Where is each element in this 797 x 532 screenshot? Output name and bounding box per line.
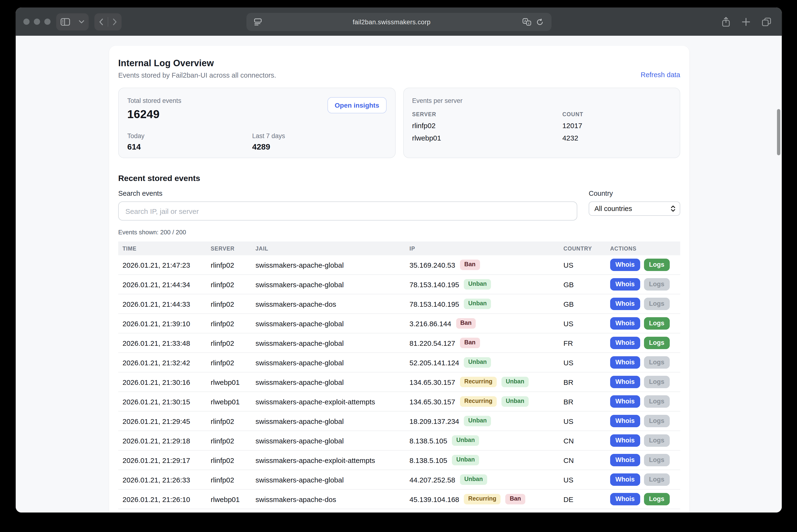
recurring-badge: Recurring: [460, 396, 497, 406]
browser-titlebar: fail2ban.swissmakers.corp A x: [16, 7, 782, 36]
events-shown-text: Events shown: 200 / 200: [118, 229, 680, 236]
zoom-button[interactable]: [44, 19, 51, 25]
ip-cell: 35.169.240.53Ban: [405, 260, 559, 270]
logs-button[interactable]: Logs: [644, 317, 670, 330]
logs-button[interactable]: Logs: [644, 493, 670, 506]
back-button[interactable]: [94, 13, 108, 30]
col-jail: Jail: [251, 246, 405, 251]
actions-cell: WhoisLogs: [606, 493, 680, 506]
actions-cell: WhoisLogs: [606, 454, 680, 467]
forward-button[interactable]: [108, 13, 122, 30]
page-scrollbar[interactable]: [777, 109, 780, 155]
reader-button[interactable]: [252, 13, 264, 31]
whois-button[interactable]: Whois: [610, 356, 640, 369]
country-cell: US: [559, 319, 606, 327]
country-select[interactable]: All countries: [589, 202, 680, 216]
ip-cell: 52.205.141.124Unban: [405, 357, 559, 367]
sidebar-menu-button[interactable]: [74, 13, 89, 30]
time-cell: 2026.01.21, 21:47:23: [118, 261, 206, 269]
ip-cell: 45.139.104.168RecurringBan: [405, 494, 559, 504]
jail-cell: swissmakers-apache-dos: [251, 300, 405, 308]
new-tab-button[interactable]: [742, 17, 750, 26]
logs-button[interactable]: Logs: [644, 434, 670, 447]
actions-cell: WhoisLogs: [606, 473, 680, 486]
recurring-badge: Recurring: [460, 377, 497, 387]
ip-cell: 134.65.30.157RecurringUnban: [405, 396, 559, 406]
server-cell: rlinfp02: [206, 280, 251, 288]
stats-row: Total stored events 16249 Open insights …: [118, 88, 680, 158]
whois-button[interactable]: Whois: [610, 278, 640, 291]
logs-button[interactable]: Logs: [644, 454, 670, 467]
ip-cell: 81.220.54.127Ban: [405, 338, 559, 348]
ip-cell: 18.209.137.234Unban: [405, 416, 559, 426]
logs-button[interactable]: Logs: [644, 298, 670, 310]
table-row: 2026.01.21, 21:33:48rlinfp02swissmakers-…: [118, 334, 680, 353]
tab-overview-button[interactable]: [762, 17, 771, 26]
ip-cell: 3.216.86.144Ban: [405, 318, 559, 328]
logs-button[interactable]: Logs: [644, 395, 670, 408]
col-time: Time: [118, 246, 206, 251]
logs-button[interactable]: Logs: [644, 415, 670, 428]
whois-button[interactable]: Whois: [610, 376, 640, 388]
new-tab-icon: [742, 17, 750, 26]
logs-button[interactable]: Logs: [644, 278, 670, 291]
whois-button[interactable]: Whois: [610, 493, 640, 506]
whois-button[interactable]: Whois: [610, 473, 640, 486]
refresh-data-link[interactable]: Refresh data: [641, 71, 680, 79]
ip-cell: 78.153.140.195Unban: [405, 299, 559, 309]
address-bar[interactable]: fail2ban.swissmakers.corp A x: [246, 13, 551, 31]
ip-cell: 134.65.30.157RecurringUnban: [405, 377, 559, 387]
server-count: 4232: [562, 134, 671, 142]
translate-button[interactable]: A x: [520, 13, 533, 31]
ip-address: 35.169.240.53: [410, 261, 455, 269]
svg-text:A: A: [524, 19, 526, 23]
whois-button[interactable]: Whois: [610, 395, 640, 408]
server-cell: rlinfp02: [206, 300, 251, 308]
ban-badge: Ban: [506, 494, 525, 504]
close-button[interactable]: [23, 19, 30, 25]
whois-button[interactable]: Whois: [610, 298, 640, 310]
minimize-button[interactable]: [34, 19, 40, 25]
col-actions: Actions: [606, 246, 680, 251]
open-insights-button[interactable]: Open insights: [327, 97, 386, 113]
reader-icon: [254, 18, 261, 26]
whois-button[interactable]: Whois: [610, 434, 640, 447]
logs-button[interactable]: Logs: [644, 356, 670, 369]
whois-button[interactable]: Whois: [610, 415, 640, 428]
time-cell: 2026.01.21, 21:30:15: [118, 397, 206, 405]
logs-button[interactable]: Logs: [644, 376, 670, 388]
unban-badge: Unban: [452, 455, 479, 465]
jail-cell: swissmakers-apache-global: [251, 280, 405, 288]
jail-cell: swissmakers-apache-exploit-attempts: [251, 397, 405, 405]
sidebar-toggle-button[interactable]: [56, 13, 74, 30]
reload-icon: [536, 18, 543, 25]
back-icon: [99, 18, 104, 25]
reload-button[interactable]: [533, 13, 546, 31]
whois-button[interactable]: Whois: [610, 337, 640, 349]
whois-button[interactable]: Whois: [610, 259, 640, 271]
search-events-label: Search events: [118, 190, 577, 197]
logs-button[interactable]: Logs: [644, 473, 670, 486]
share-button[interactable]: [722, 16, 730, 27]
search-input[interactable]: [118, 202, 577, 221]
logs-button[interactable]: Logs: [644, 337, 670, 349]
actions-cell: WhoisLogs: [606, 434, 680, 447]
page-subtitle: Events stored by Fail2ban-UI across all …: [118, 72, 276, 79]
country-cell: US: [559, 261, 606, 269]
per-server-col-server: SERVER: [412, 111, 562, 117]
recurring-badge: Recurring: [464, 494, 501, 504]
whois-button[interactable]: Whois: [610, 317, 640, 330]
events-table-body: 2026.01.21, 21:47:23rlinfp02swissmakers-…: [118, 255, 680, 509]
ip-address: 44.207.252.58: [410, 476, 455, 484]
ip-address: 18.209.137.234: [410, 417, 459, 425]
actions-cell: WhoisLogs: [606, 298, 680, 310]
table-row: 2026.01.21, 21:26:10rlwebp01swissmakers-…: [118, 490, 680, 509]
translate-icon: A x: [522, 18, 531, 26]
main-card: Internal Log Overview Events stored by F…: [109, 46, 689, 512]
country-cell: US: [559, 476, 606, 484]
ip-cell: 78.153.140.195Unban: [405, 279, 559, 289]
whois-button[interactable]: Whois: [610, 454, 640, 467]
time-cell: 2026.01.21, 21:29:17: [118, 456, 206, 464]
logs-button[interactable]: Logs: [644, 259, 670, 271]
ip-address: 45.139.104.168: [410, 495, 459, 503]
